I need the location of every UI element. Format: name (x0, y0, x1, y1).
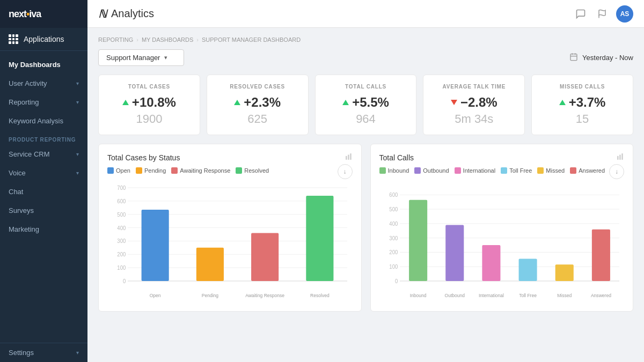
svg-text:100: 100 (117, 265, 126, 271)
svg-rect-29 (251, 233, 279, 281)
sidebar-item-user-activity[interactable]: User Activity ▾ (0, 74, 87, 93)
charts-row: Total Cases by Status OpenPendingAwaitin… (98, 144, 633, 312)
applications-label: Applications (24, 35, 64, 43)
kpi-card-total-cases: TOTAL CASES +10.8% 1900 (98, 75, 200, 135)
sidebar-item-settings[interactable]: Settings ▾ (0, 343, 87, 362)
legend-label: Answered (579, 167, 605, 174)
chat-bubble-icon[interactable] (573, 6, 588, 21)
sidebar-item-chat[interactable]: Chat (0, 182, 87, 201)
chevron-down-icon: ▾ (164, 54, 167, 61)
svg-text:700: 700 (117, 185, 126, 191)
kpi-value: 15 (540, 112, 624, 126)
legend-color (379, 167, 386, 174)
legend-item: Outbound (414, 167, 449, 174)
flag-icon[interactable] (595, 6, 610, 21)
bar-chart-icon[interactable] (617, 153, 624, 162)
legend-item: Pending (136, 167, 166, 174)
sidebar-item-keyword-analysis[interactable]: Keyword Analysis (0, 112, 87, 130)
svg-text:Pending: Pending (202, 293, 218, 298)
chart-header: Total Cases by Status (107, 153, 353, 162)
kpi-label: AVERAGE TALK TIME (432, 84, 516, 90)
sidebar-item-label: Chat (9, 188, 23, 196)
sidebar-item-marketing[interactable]: Marketing (0, 220, 87, 239)
svg-rect-6 (348, 155, 349, 160)
svg-rect-5 (346, 156, 347, 160)
legend-color (501, 167, 507, 174)
legend-color (236, 167, 242, 174)
svg-rect-57 (518, 259, 537, 281)
kpi-value: 964 (324, 112, 408, 126)
legend-label: Toll Free (509, 167, 532, 174)
svg-text:Outbound: Outbound (444, 293, 465, 298)
date-range-selector[interactable]: Yesterday - Now (569, 53, 633, 63)
toolbar: Support Manager ▾ Yesterday - Now (98, 49, 633, 66)
svg-text:0: 0 (123, 278, 126, 284)
cases-chart-svg: 0100200300400500600700OpenPendingAwaitin… (107, 182, 353, 300)
kpi-percentage: +3.7% (569, 95, 606, 110)
svg-rect-61 (591, 230, 610, 281)
kpi-label: RESOLVED CASES (216, 84, 299, 90)
sidebar: next•iva Applications My Dashboards User… (0, 0, 87, 362)
apps-grid-icon (9, 34, 18, 44)
svg-rect-59 (555, 264, 573, 281)
svg-text:Awaiting Response: Awaiting Response (245, 293, 284, 298)
kpi-change: +10.8% (107, 95, 191, 110)
svg-rect-27 (196, 248, 224, 281)
svg-text:Resolved: Resolved (310, 293, 330, 298)
download-button[interactable]: ↓ (338, 164, 353, 179)
kpi-change: −2.8% (432, 95, 516, 110)
main-content: ℕ Analytics AS REPORTING › MY DASHBOARDS… (87, 0, 644, 362)
breadcrumb-reporting[interactable]: REPORTING (98, 36, 133, 43)
sidebar-item-surveys[interactable]: Surveys (0, 201, 87, 220)
legend-label: Missed (546, 167, 565, 174)
trend-down-icon (451, 100, 457, 105)
legend-label: Inbound (388, 167, 409, 174)
calendar-icon (569, 53, 578, 63)
svg-rect-1 (570, 54, 577, 61)
kpi-label: TOTAL CASES (107, 84, 191, 90)
svg-text:400: 400 (117, 225, 126, 231)
sidebar-bottom: Settings ▾ (0, 343, 87, 362)
kpi-row: TOTAL CASES +10.8% 1900 RESOLVED CASES +… (98, 75, 633, 135)
legend-item: Toll Free (501, 167, 532, 174)
svg-rect-35 (621, 153, 623, 160)
trend-up-icon (559, 100, 566, 105)
kpi-label: MISSED CALLS (540, 84, 624, 90)
applications-button[interactable]: Applications (0, 28, 87, 51)
legend-color (136, 167, 142, 174)
svg-rect-33 (617, 156, 618, 160)
logo-area: next•iva (0, 0, 87, 28)
product-reporting-section-label: PRODUCT REPORTING (0, 130, 87, 145)
avatar[interactable]: AS (616, 5, 633, 23)
sidebar-item-my-dashboards[interactable]: My Dashboards (0, 55, 87, 74)
svg-text:0: 0 (394, 278, 398, 284)
svg-text:300: 300 (389, 235, 398, 241)
bar-chart-icon[interactable] (345, 153, 353, 162)
dropdown-label: Support Manager (106, 54, 160, 62)
legend-item: Missed (537, 167, 565, 174)
kpi-percentage: +5.5% (352, 95, 389, 110)
legend-color (455, 167, 461, 174)
legend-item: Answered (570, 167, 605, 174)
legend-label: Pending (144, 167, 166, 174)
trend-up-icon (122, 100, 129, 105)
svg-text:600: 600 (117, 198, 126, 204)
breadcrumb-sep: › (196, 36, 199, 43)
svg-text:200: 200 (389, 249, 398, 255)
legend-color (107, 167, 114, 174)
sidebar-item-label: Marketing (9, 225, 39, 233)
download-button[interactable]: ↓ (609, 164, 624, 179)
legend-label: International (463, 167, 496, 174)
dashboard-dropdown[interactable]: Support Manager ▾ (98, 49, 184, 66)
sidebar-item-reporting[interactable]: Reporting ▾ (0, 93, 87, 112)
legend-item: Inbound (379, 167, 409, 174)
svg-rect-55 (482, 245, 500, 281)
svg-text:Inbound: Inbound (409, 293, 426, 298)
chevron-down-icon: ▾ (76, 80, 79, 86)
sidebar-item-voice[interactable]: Voice ▾ (0, 164, 87, 182)
breadcrumb-my-dashboards[interactable]: MY DASHBOARDS (142, 36, 193, 43)
analytics-icon: ℕ (98, 8, 107, 20)
sidebar-item-service-crm[interactable]: Service CRM ▾ (0, 145, 87, 164)
svg-text:400: 400 (389, 221, 398, 227)
kpi-change: +3.7% (540, 95, 624, 110)
